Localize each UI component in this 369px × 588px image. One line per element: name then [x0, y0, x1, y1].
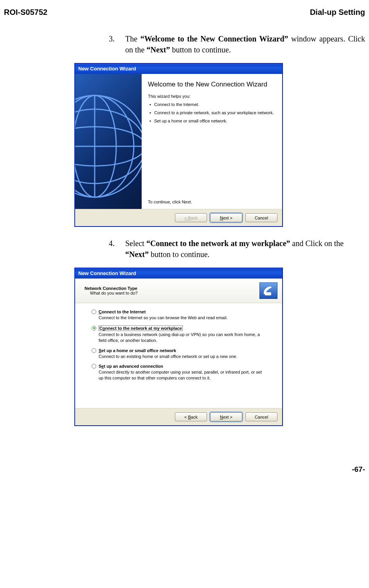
options-panel: Connect to the Internet Connect to the I…: [75, 303, 282, 408]
bullet-item: •Set up a home or small office network.: [148, 118, 276, 124]
dialog-buttonbar: < Back Next > Cancel: [75, 209, 282, 226]
back-button[interactable]: < Back: [175, 412, 207, 421]
option-label: Connect to the Internet: [99, 309, 146, 314]
page-content: 3. The “Welcome to the New Connection Wi…: [0, 22, 369, 426]
cancel-button[interactable]: Cancel: [245, 213, 277, 222]
bullet-dot: •: [149, 118, 154, 124]
radio-icon[interactable]: [92, 348, 96, 353]
page-number: -67-: [352, 465, 365, 473]
option-row[interactable]: Connect to the Internet: [92, 309, 270, 314]
next-button[interactable]: Next >: [210, 213, 242, 222]
globe-icon: [75, 74, 142, 209]
option-label: Set up a home or small office network: [99, 348, 176, 353]
radio-icon[interactable]: [92, 309, 96, 314]
step-text: The “Welcome to the New Connection Wizar…: [125, 33, 365, 55]
text: button to continue.: [170, 45, 231, 54]
next-button[interactable]: Next >: [210, 412, 242, 421]
dialog-titlebar: New Connection Wizard: [75, 64, 282, 74]
option-connect-internet: Connect to the Internet Connect to the I…: [92, 309, 270, 321]
option-description: Connect directly to another computer usi…: [99, 369, 267, 381]
option-advanced: Set up an advanced connection Connect di…: [92, 364, 270, 381]
option-description: Connect to an existing home or small off…: [99, 354, 267, 360]
option-label: Set up an advanced connection: [99, 364, 163, 369]
text: The: [125, 34, 140, 43]
option-connect-workplace: Connect to the network at my workplace C…: [92, 325, 270, 343]
network-icon: [259, 282, 277, 299]
dialog-titlebar: New Connection Wizard: [75, 268, 282, 279]
radio-icon[interactable]: [92, 364, 96, 369]
option-row[interactable]: Set up a home or small office network: [92, 348, 270, 353]
dialog-header-panel: Network Connection Type What do you want…: [75, 279, 282, 303]
step-number: 4.: [109, 238, 125, 260]
dialog-header-text: Network Connection Type What do you want…: [85, 286, 138, 295]
text: Select: [125, 239, 146, 248]
wizard-helps-label: This wizard helps you:: [148, 94, 276, 99]
option-description: Connect to a business network (using dia…: [99, 332, 267, 343]
svg-rect-7: [265, 292, 271, 295]
wizard-heading: Welcome to the New Connection Wizard: [148, 80, 276, 88]
wizard-dialog-network-type: New Connection Wizard Network Connection…: [74, 268, 283, 426]
bullet-item: •Connect to the Internet.: [148, 102, 276, 108]
text-bold: “Next”: [125, 250, 149, 259]
wizard-side-graphic: [75, 74, 142, 209]
wizard-dialog-welcome: New Connection Wizard Welcome to the New…: [74, 63, 283, 227]
option-row[interactable]: Set up an advanced connection: [92, 364, 270, 369]
back-button[interactable]: < Back: [175, 213, 207, 222]
section-title: Dial-up Setting: [310, 8, 365, 17]
continue-text: To continue, click Next.: [148, 200, 276, 204]
text-bold: “Welcome to the New Connection Wizard”: [140, 34, 288, 43]
page-footer: -67-: [0, 461, 369, 479]
doc-id: ROI-S05752: [4, 8, 47, 17]
bullet-text: Connect to the Internet.: [154, 102, 199, 108]
dialog-header-title: Network Connection Type: [85, 286, 138, 291]
option-description: Connect to the Internet so you can brows…: [99, 315, 267, 321]
text-bold: “Next”: [146, 45, 170, 54]
step-number: 3.: [109, 33, 125, 55]
step-4: 4. Select “Connect to the network at my …: [109, 238, 365, 260]
option-label: Connect to the network at my workplace: [99, 325, 183, 331]
text-bold: “Connect to the network at my workplace”: [146, 239, 290, 248]
dialog-header-subtitle: What do you want to do?: [85, 291, 138, 295]
page-header: ROI-S05752 Dial-up Setting: [0, 0, 369, 22]
cancel-button[interactable]: Cancel: [245, 412, 277, 421]
dialog-body: Network Connection Type What do you want…: [75, 279, 282, 408]
bullet-text: Connect to a private network, such as yo…: [154, 110, 274, 116]
bullet-dot: •: [149, 110, 154, 116]
handset-icon: [263, 285, 274, 296]
option-home-network: Set up a home or small office network Co…: [92, 348, 270, 360]
bullet-text: Set up a home or small office network.: [154, 118, 227, 124]
text: and Click on the: [290, 239, 344, 248]
dialog-main: Welcome to the New Connection Wizard Thi…: [142, 74, 282, 209]
dialog-buttonbar: < Back Next > Cancel: [75, 408, 282, 425]
option-row[interactable]: Connect to the network at my workplace: [92, 325, 270, 331]
step-3: 3. The “Welcome to the New Connection Wi…: [109, 33, 365, 55]
bullet-dot: •: [149, 102, 154, 108]
radio-icon[interactable]: [92, 326, 96, 331]
bullet-item: •Connect to a private network, such as y…: [148, 110, 276, 116]
dialog-body: Welcome to the New Connection Wizard Thi…: [75, 74, 282, 209]
step-text: Select “Connect to the network at my wor…: [125, 238, 365, 260]
text: button to continue.: [149, 250, 210, 259]
